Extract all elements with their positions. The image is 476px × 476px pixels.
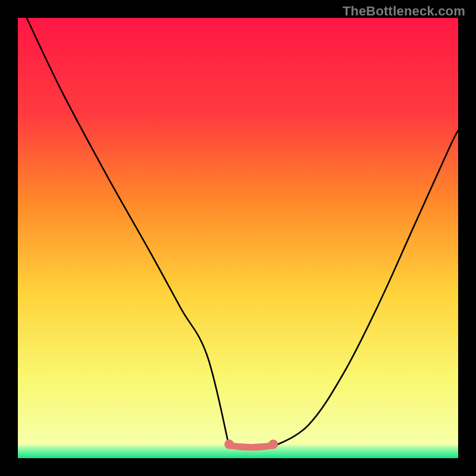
chart-stage: TheBottleneck.com bbox=[0, 0, 476, 476]
chart-plot-area bbox=[18, 18, 458, 458]
watermark-text: TheBottleneck.com bbox=[343, 4, 465, 19]
optimal-marker-right bbox=[268, 440, 278, 449]
curve-optimal-flat bbox=[229, 446, 273, 447]
optimal-marker-left bbox=[224, 440, 234, 449]
chart-background-gradient bbox=[18, 18, 458, 458]
chart-svg bbox=[18, 18, 458, 458]
